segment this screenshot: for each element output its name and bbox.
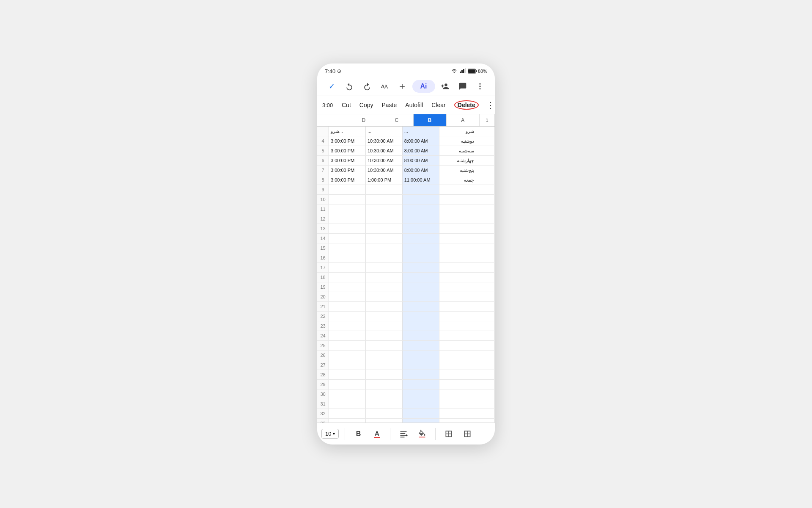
cell-b[interactable]	[403, 263, 439, 272]
cell-d[interactable]: 3:00:00 PM	[329, 146, 366, 155]
cell-b[interactable]	[403, 380, 439, 389]
cell-a[interactable]	[439, 204, 476, 214]
cell-b[interactable]	[403, 224, 439, 233]
cell-a[interactable]: چهارشنبه	[439, 156, 476, 165]
cell-c[interactable]	[366, 389, 403, 399]
cell-d[interactable]	[329, 253, 366, 262]
col-header-a[interactable]: A	[447, 114, 480, 126]
cell-d[interactable]	[329, 234, 366, 243]
cell-extra[interactable]	[476, 273, 495, 282]
bold-button[interactable]: B	[351, 427, 365, 441]
cell-b[interactable]	[403, 243, 439, 253]
delete-button[interactable]: Delete	[450, 96, 483, 114]
cell-a[interactable]	[439, 389, 476, 399]
cell-a[interactable]	[439, 224, 476, 233]
cell-a[interactable]: پنج‌شنبه	[439, 166, 476, 175]
col-header-b[interactable]: B	[414, 114, 447, 126]
cell-c[interactable]: 1:00:00 PM	[366, 175, 403, 185]
cell-d[interactable]	[329, 341, 366, 350]
clear-button[interactable]: Clear	[427, 96, 450, 114]
cell-c[interactable]	[366, 282, 403, 292]
cell-d[interactable]	[329, 370, 366, 379]
cell-c[interactable]	[366, 292, 403, 301]
cell-b[interactable]	[403, 312, 439, 321]
cell-c[interactable]	[366, 195, 403, 204]
fill-color-button[interactable]	[415, 427, 429, 441]
cell-a[interactable]	[439, 341, 476, 350]
cell-a[interactable]: دوشنبه	[439, 136, 476, 146]
cell-b[interactable]	[403, 273, 439, 282]
cell-a[interactable]	[439, 321, 476, 331]
cell-c[interactable]	[366, 409, 403, 418]
cell-d[interactable]	[329, 331, 366, 340]
cell-b[interactable]	[403, 321, 439, 331]
cell-a[interactable]	[439, 312, 476, 321]
cell-c[interactable]: 10:30:00 AM	[366, 156, 403, 165]
cell-c[interactable]	[366, 351, 403, 360]
cell-a[interactable]	[439, 370, 476, 379]
cell-b[interactable]	[403, 214, 439, 224]
copy-button[interactable]: Copy	[355, 96, 378, 114]
cell-c[interactable]	[366, 360, 403, 370]
undo-button[interactable]	[342, 79, 357, 94]
cell-a[interactable]	[439, 234, 476, 243]
cell-a[interactable]	[439, 263, 476, 272]
cell-d[interactable]	[329, 282, 366, 292]
cell-b[interactable]	[403, 341, 439, 350]
cell-a[interactable]	[439, 331, 476, 340]
cell-extra[interactable]	[476, 389, 495, 399]
cell-d[interactable]: 3:00:00 PM	[329, 175, 366, 185]
font-size-selector[interactable]: 10 ▾	[321, 429, 339, 439]
comment-button[interactable]	[455, 79, 470, 94]
add-person-button[interactable]	[437, 79, 453, 94]
cell-extra[interactable]	[476, 175, 495, 185]
checkmark-button[interactable]: ✓	[324, 79, 340, 94]
cell-c[interactable]	[366, 331, 403, 340]
cell-b[interactable]	[403, 409, 439, 418]
cell-a[interactable]: شرو	[439, 127, 476, 136]
cell-a[interactable]	[439, 360, 476, 370]
cell-d[interactable]	[329, 214, 366, 224]
cell-extra[interactable]	[476, 321, 495, 331]
cell-a[interactable]	[439, 419, 476, 422]
border-button[interactable]	[442, 427, 456, 441]
cell-c[interactable]	[366, 224, 403, 233]
cell-d[interactable]	[329, 204, 366, 214]
cell-d[interactable]	[329, 185, 366, 194]
cell-b[interactable]	[403, 185, 439, 194]
cell-extra[interactable]	[476, 195, 495, 204]
autofill-button[interactable]: Autofill	[401, 96, 427, 114]
cell-b[interactable]	[403, 419, 439, 422]
cell-a[interactable]	[439, 195, 476, 204]
cell-b[interactable]	[403, 331, 439, 340]
cell-d[interactable]	[329, 195, 366, 204]
text-format-button[interactable]: A	[377, 79, 392, 94]
cell-b[interactable]: 8:00:00 AM	[403, 136, 439, 146]
cell-c[interactable]	[366, 312, 403, 321]
cell-d[interactable]: 3:00:00 PM	[329, 166, 366, 175]
cell-extra[interactable]	[476, 224, 495, 233]
cell-b[interactable]: 11:00:00 AM	[403, 175, 439, 185]
cell-d[interactable]	[329, 419, 366, 422]
cell-extra[interactable]	[476, 380, 495, 389]
cell-c[interactable]	[366, 263, 403, 272]
col-header-d[interactable]: D	[347, 114, 380, 126]
cell-c[interactable]: 10:30:00 AM	[366, 166, 403, 175]
cell-a[interactable]	[439, 399, 476, 409]
cell-b[interactable]	[403, 282, 439, 292]
cell-extra[interactable]	[476, 351, 495, 360]
cell-b[interactable]	[403, 370, 439, 379]
cell-a[interactable]	[439, 185, 476, 194]
cell-b[interactable]: 8:00:00 AM	[403, 166, 439, 175]
cell-extra[interactable]	[476, 419, 495, 422]
cell-d[interactable]	[329, 292, 366, 301]
cell-a[interactable]: جمعه	[439, 175, 476, 185]
cell-a[interactable]	[439, 351, 476, 360]
cell-extra[interactable]	[476, 282, 495, 292]
cell-d[interactable]	[329, 380, 366, 389]
col-header-c[interactable]: C	[380, 114, 413, 126]
cell-b[interactable]	[403, 234, 439, 243]
cell-c[interactable]	[366, 370, 403, 379]
cell-extra[interactable]	[476, 166, 495, 175]
cell-c[interactable]	[366, 321, 403, 331]
